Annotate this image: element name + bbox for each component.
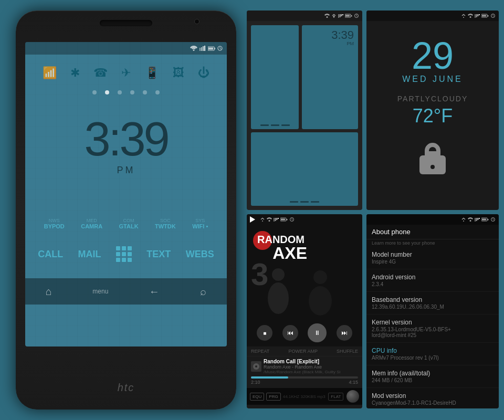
svg-rect-37 — [281, 219, 285, 220]
svg-rect-52 — [476, 218, 477, 221]
page-indicators — [25, 90, 227, 94]
svg-rect-53 — [477, 218, 478, 220]
shortcut-wifi[interactable]: SYS WIFI • — [192, 218, 208, 229]
shuffle-label[interactable]: SHUFFLE — [337, 349, 358, 354]
weather-status-bar — [366, 10, 499, 21]
airplane-icon[interactable]: ✈ — [121, 66, 131, 80]
svg-rect-17 — [345, 15, 350, 17]
svg-rect-14 — [342, 14, 343, 15]
lock-icon — [419, 143, 446, 174]
search-nav-button[interactable]: ⌕ — [200, 286, 206, 298]
shortcut-bypod[interactable]: NWS BYPOD — [44, 218, 65, 229]
music-path: /Music/Random Axe (Black Milk, Guilty Si — [264, 370, 340, 374]
svg-rect-12 — [340, 14, 341, 17]
weather-day: 29 — [377, 37, 488, 75]
dot-3 — [118, 90, 122, 94]
svg-rect-27 — [482, 15, 486, 17]
svg-point-41 — [268, 282, 289, 314]
svg-rect-21 — [475, 14, 476, 18]
about-kernel-version: Kernel version 2.6.35.13-LordmodUE-V5.0-… — [366, 314, 499, 343]
svg-text:AXE: AXE — [272, 244, 307, 262]
svg-rect-51 — [475, 218, 476, 222]
right-panels: 3:39 PM 29 WED JUNE PARTLY — [247, 10, 499, 408]
htc-phone: 📶 ✱ ☎ ✈ 📱 🖼 ⏻ 3:39 PM NWS BYPOD — [16, 10, 236, 410]
bluetooth-icon[interactable]: ✱ — [70, 66, 80, 80]
music-status-bar — [247, 214, 362, 225]
power-icon[interactable]: ⏻ — [198, 66, 209, 80]
music-mode-labels: REPEAT POWER AMP SHUFFLE — [247, 346, 362, 356]
phone-screen: 📶 ✱ ☎ ✈ 📱 🖼 ⏻ 3:39 PM NWS BYPOD — [25, 42, 227, 346]
album-thumb — [251, 361, 261, 372]
svg-rect-5 — [208, 47, 214, 50]
music-bottom-bar: EQU PRG 44.1KHZ 320KBS mp3 FLAT — [247, 388, 362, 405]
equalizer-button[interactable]: EQU — [250, 393, 264, 401]
about-mem-info: Mem info (avail/total) 244 MB / 620 MB — [366, 365, 499, 388]
shortcut-gtalk[interactable]: COM GTALK — [119, 218, 139, 229]
svg-rect-7 — [208, 48, 213, 50]
svg-point-0 — [193, 49, 195, 51]
webs-button[interactable]: WEBS — [186, 249, 214, 260]
phone-clock: 3:39 — [25, 116, 227, 163]
about-mod-version: Mod version CyanogenMod-7.1.0-RC1-Desire… — [366, 388, 499, 408]
prev-button[interactable]: ⏮ — [282, 325, 298, 341]
music-playing-indicator — [250, 216, 256, 223]
svg-point-50 — [470, 220, 471, 222]
shortcut-twtdk[interactable]: SOC TWTDK — [155, 218, 176, 229]
widget-panel: 3:39 PM — [247, 10, 362, 210]
svg-rect-11 — [338, 14, 339, 18]
wifi-icon[interactable]: 📶 — [43, 66, 57, 80]
stop-button[interactable]: ■ — [257, 325, 272, 341]
svg-rect-34 — [278, 218, 279, 219]
image-icon[interactable]: 🖼 — [173, 66, 184, 80]
tablet-icon[interactable]: 📱 — [145, 66, 159, 80]
svg-rect-24 — [479, 14, 480, 15]
svg-rect-23 — [477, 14, 478, 16]
phone-status-bar — [25, 42, 227, 55]
menu-nav-button[interactable]: menu — [92, 288, 108, 295]
svg-rect-57 — [482, 219, 486, 220]
next-button[interactable]: ⏭ — [337, 325, 352, 341]
text-button[interactable]: TEXT — [146, 249, 171, 260]
phone-nav-bar: ⌂ menu ← ⌕ — [25, 278, 227, 304]
bitrate-info: 44.1KHZ 320KBS mp3 — [283, 394, 326, 399]
music-info: Random Call [Explicit] Random Axe - Rand… — [247, 356, 362, 376]
call-icon[interactable]: ☎ — [93, 66, 108, 80]
back-nav-button[interactable]: ← — [149, 286, 160, 298]
top-row: 3:39 PM 29 WED JUNE PARTLY — [247, 10, 499, 210]
apps-grid-button[interactable] — [116, 246, 132, 262]
svg-rect-31 — [274, 218, 275, 222]
flat-button[interactable]: FLAT — [328, 393, 343, 401]
call-button[interactable]: CALL — [38, 249, 63, 260]
svg-rect-32 — [275, 218, 276, 221]
weather-weekday: WED JUNE — [377, 75, 488, 84]
track-name: Random Call [Explicit] — [264, 359, 340, 364]
dot-6 — [155, 90, 160, 94]
pause-button[interactable]: ⏸ — [308, 323, 327, 342]
weather-temp: 72°F — [377, 105, 488, 127]
quick-toggles: 📶 ✱ ☎ ✈ 📱 🖼 ⏻ — [25, 60, 227, 86]
svg-point-19 — [463, 17, 464, 18]
weather-panel: 29 WED JUNE PARTLYCLOUDY 72°F — [366, 10, 499, 210]
svg-rect-22 — [476, 14, 477, 17]
dot-5 — [143, 90, 147, 94]
about-cpu-info: CPU info ARMv7 Processor rev 1 (v7l) — [366, 343, 499, 365]
svg-rect-4 — [204, 46, 205, 51]
music-controls: ■ ⏮ ⏸ ⏭ — [247, 319, 362, 346]
svg-rect-6 — [215, 48, 216, 49]
music-panel: RANDOM AXE 3 ■ ⏮ ⏸ ⏭ REPEAT POWER AMP SH… — [247, 214, 362, 408]
svg-point-30 — [269, 220, 270, 222]
mail-button[interactable]: MAIL — [78, 249, 101, 260]
preset-button[interactable]: PRG — [266, 393, 280, 401]
svg-point-8 — [218, 46, 222, 50]
bottom-row: RANDOM AXE 3 ■ ⏮ ⏸ ⏭ REPEAT POWER AMP SH… — [247, 214, 499, 408]
svg-point-9 — [327, 16, 328, 18]
widget-time-card: 3:39 PM — [302, 25, 358, 129]
shortcut-camra[interactable]: MED CAMRA — [81, 218, 102, 229]
volume-knob[interactable] — [346, 390, 359, 403]
music-progress[interactable]: 2:10 4:15 — [247, 376, 362, 388]
about-title: About phone — [366, 225, 499, 239]
weather-body: 29 WED JUNE PARTLYCLOUDY 72°F — [366, 21, 499, 185]
home-nav-button[interactable]: ⌂ — [46, 286, 52, 298]
svg-rect-33 — [276, 218, 277, 220]
repeat-label[interactable]: REPEAT — [251, 349, 269, 354]
